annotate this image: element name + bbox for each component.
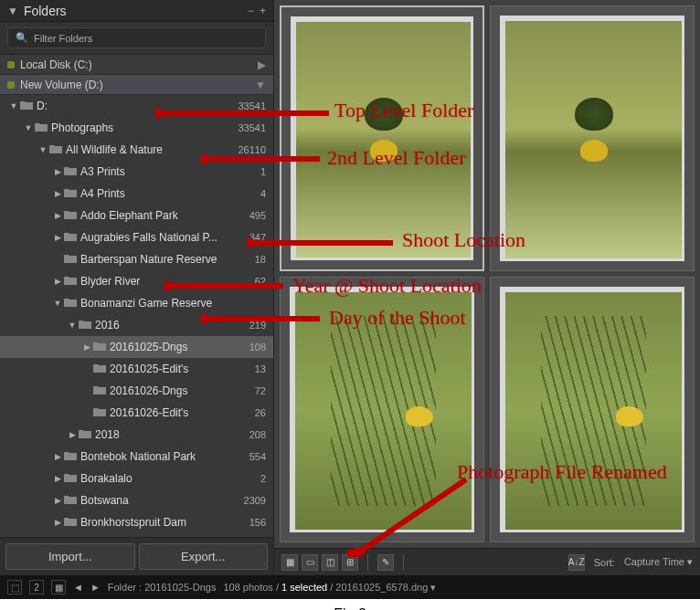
expand-icon[interactable]: ▶ <box>51 518 64 527</box>
view-mode-icon[interactable]: 2 <box>29 580 44 594</box>
tree-row[interactable]: ▶2018208 <box>0 424 273 446</box>
tree-row[interactable]: 20161026-Edit's26 <box>0 402 273 424</box>
chevron-right-icon[interactable]: ▶ <box>258 58 266 71</box>
tree-row[interactable]: 20161025-Edit's13 <box>0 358 273 380</box>
drive-d[interactable]: New Volume (D:) ▼ <box>0 75 273 95</box>
folder-icon <box>93 406 106 419</box>
sort-value[interactable]: Capture Time ▾ <box>624 556 693 568</box>
tree-row[interactable]: ▶Augrabies Falls National P...347 <box>0 226 273 248</box>
expand-icon[interactable]: ▼ <box>51 299 64 308</box>
folder-label: 2016 <box>95 319 229 331</box>
status-filename[interactable]: 20161025_6578.dng <box>335 582 428 593</box>
tree-row[interactable]: ▶Bontebok National Park554 <box>0 446 273 468</box>
chevron-down-icon[interactable]: ▼ <box>255 79 266 91</box>
folder-count: 33541 <box>229 100 266 111</box>
left-panel: ▼ Folders − + 🔍 Filter Folders Local Dis… <box>0 0 274 575</box>
plus-icon[interactable]: + <box>260 5 266 17</box>
folder-tree[interactable]: ▼D:33541▼Photographs33541▼All Wildlife &… <box>0 95 273 537</box>
folder-count: 219 <box>229 320 266 331</box>
folder-icon <box>64 231 77 244</box>
folder-icon <box>64 187 77 200</box>
folder-icon <box>64 165 77 178</box>
tree-row[interactable]: ▼D:33541 <box>0 95 273 117</box>
tree-row[interactable]: ▶Borakalalo2 <box>0 468 273 489</box>
folder-label: Bronkhorstspruit Dam <box>80 516 229 529</box>
thumbnail[interactable] <box>280 5 484 271</box>
folder-icon <box>64 516 77 529</box>
sort-direction-icon[interactable]: A↓Z <box>568 554 585 571</box>
folder-icon <box>79 319 91 331</box>
tree-row[interactable]: ▶Blyder River62 <box>0 270 273 292</box>
folder-count: 18 <box>229 254 266 265</box>
tree-row[interactable]: 20161026-Dngs72 <box>0 380 273 402</box>
folder-count: 26110 <box>229 144 266 155</box>
thumbnail[interactable] <box>490 277 695 542</box>
expand-icon[interactable]: ▶ <box>51 211 64 220</box>
grid-view-icon[interactable]: ▦ <box>281 554 298 571</box>
tree-row[interactable]: ▼Bonamanzi Game Reserve <box>0 292 273 314</box>
nav-back-icon[interactable]: ◄ <box>73 582 83 593</box>
folder-icon <box>64 450 77 463</box>
tree-row[interactable]: ▼All Wildlife & Nature26110 <box>0 139 273 161</box>
tree-row[interactable]: ▶Bronkhorstspruit Dam156 <box>0 511 273 533</box>
folder-icon <box>35 121 48 134</box>
folder-icon <box>64 472 77 485</box>
survey-view-icon[interactable]: ⊞ <box>342 554 358 571</box>
tree-row[interactable]: ▶Addo Elephant Park495 <box>0 205 273 226</box>
loupe-view-icon[interactable]: ▭ <box>302 554 318 571</box>
folder-label: 20161026-Dngs <box>110 384 229 397</box>
painter-icon[interactable]: ✎ <box>377 554 394 571</box>
folder-label: A3 Prints <box>80 165 229 178</box>
expand-icon[interactable]: ▼ <box>7 101 20 110</box>
tree-row[interactable]: ▶20161025-Dngs108 <box>0 336 273 358</box>
folder-icon <box>49 143 62 156</box>
thumbnail[interactable] <box>490 5 695 271</box>
expand-icon[interactable]: ▼ <box>22 123 35 132</box>
folder-count: 347 <box>229 232 266 243</box>
expand-icon[interactable]: ▼ <box>37 145 49 154</box>
compare-view-icon[interactable]: ◫ <box>322 554 338 571</box>
folder-label: Photographs <box>51 121 229 134</box>
folders-panel-header[interactable]: ▼ Folders − + <box>0 0 273 22</box>
filter-folders-input[interactable]: 🔍 Filter Folders <box>7 27 266 48</box>
expand-icon[interactable]: ▶ <box>51 452 64 461</box>
right-panel: Top Level Folder 2nd Level Folder Shoot … <box>274 0 700 575</box>
expand-icon[interactable]: ▶ <box>66 430 79 439</box>
drive-c[interactable]: Local Disk (C:) ▶ <box>0 55 273 75</box>
filmstrip-icon[interactable]: ▦ <box>51 580 66 594</box>
status-count: 108 photos <box>223 582 272 593</box>
expand-icon[interactable]: ▶ <box>51 167 64 176</box>
expand-icon[interactable]: ▶ <box>51 496 64 505</box>
tree-row[interactable]: ▶A3 Prints1 <box>0 161 273 183</box>
tree-row[interactable]: ▼Photographs33541 <box>0 117 273 139</box>
expand-icon[interactable]: ▶ <box>51 474 64 483</box>
identity-plate-icon[interactable]: ⬚ <box>7 580 22 594</box>
expand-icon[interactable]: ▶ <box>51 277 64 286</box>
folder-icon <box>64 494 77 507</box>
folder-count: 1 <box>229 166 266 177</box>
expand-icon[interactable]: ▶ <box>80 342 93 352</box>
folder-label: Barberspan Nature Reserve <box>80 253 229 266</box>
thumbnail[interactable] <box>280 277 484 542</box>
sort-label: Sort: <box>594 557 615 568</box>
export-button[interactable]: Export... <box>139 543 269 570</box>
expand-icon[interactable]: ▶ <box>51 189 64 198</box>
expand-icon[interactable]: ▶ <box>51 233 64 242</box>
folder-icon <box>64 209 77 222</box>
import-button[interactable]: Import... <box>5 543 135 570</box>
folder-count: 2 <box>229 473 266 484</box>
tree-row[interactable]: ▶Botswana2309 <box>0 489 273 511</box>
tree-row[interactable]: ▶A4 Prints4 <box>0 183 273 205</box>
status-bar: ⬚ 2 ▦ ◄ ► Folder : 20161025-Dngs 108 pho… <box>0 575 700 599</box>
folder-count: 2309 <box>229 495 266 506</box>
folder-icon <box>93 341 106 353</box>
panel-collapse-icon[interactable]: ▼ <box>7 5 18 17</box>
minus-icon[interactable]: − <box>248 5 254 17</box>
nav-fwd-icon[interactable]: ► <box>90 582 101 593</box>
folder-count: 13 <box>229 363 266 374</box>
status-folder[interactable]: Folder : 20161025-Dngs <box>108 582 217 593</box>
tree-row[interactable]: Barberspan Nature Reserve18 <box>0 248 273 270</box>
folder-count: 554 <box>229 451 266 462</box>
tree-row[interactable]: ▼2016219 <box>0 314 273 336</box>
expand-icon[interactable]: ▼ <box>66 321 79 330</box>
